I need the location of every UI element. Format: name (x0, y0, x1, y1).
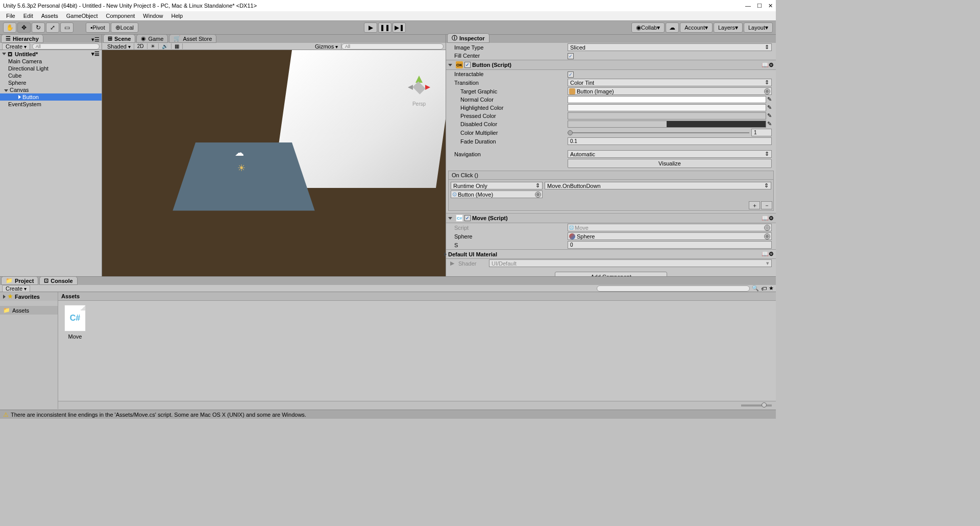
assets-breadcrumb[interactable]: Assets (58, 292, 776, 301)
play-button[interactable]: ▶ (364, 22, 377, 33)
hierarchy-item[interactable]: Cube (0, 72, 102, 79)
help-icon[interactable]: 📖 (762, 62, 769, 68)
button-component-header[interactable]: OK ✓ Button (Script) 📖 ⚙ (446, 60, 776, 70)
rotate-tool[interactable]: ↻ (32, 22, 45, 33)
fade-duration-value[interactable] (568, 137, 772, 145)
grid-size-slider[interactable] (741, 404, 772, 407)
eyedropper-icon[interactable]: ✎ (767, 112, 772, 119)
hierarchy-item[interactable]: Sphere (0, 79, 102, 86)
normal-color-swatch[interactable] (568, 96, 766, 103)
hierarchy-item[interactable]: EventSystem (0, 101, 102, 108)
inspector-tab[interactable]: ⓘ Inspector (447, 33, 489, 43)
gear-icon[interactable]: ⚙ (769, 215, 774, 222)
help-icon[interactable]: 📖 (762, 215, 769, 222)
filter-icon[interactable]: 🔍 (752, 285, 759, 292)
persp-label[interactable]: Persp (412, 101, 426, 107)
visualize-button[interactable]: Visualize (568, 159, 772, 168)
close-button[interactable]: ✕ (768, 3, 773, 9)
move-tool[interactable]: ✥ (17, 22, 31, 33)
color-multiplier-value[interactable] (751, 129, 772, 136)
rect-tool[interactable]: ▭ (60, 22, 74, 33)
hierarchy-item[interactable]: Main Camera (0, 58, 102, 65)
minimize-button[interactable]: — (745, 3, 751, 9)
add-event-button[interactable]: ＋ (749, 201, 760, 209)
game-tab[interactable]: ◉ Game (136, 34, 168, 43)
sphere-field[interactable]: Sphere⊙ (568, 232, 772, 240)
eyedropper-icon[interactable]: ✎ (767, 104, 772, 111)
maximize-button[interactable]: ☐ (757, 3, 762, 9)
gear-icon[interactable]: ⚙ (769, 62, 774, 68)
menu-component[interactable]: Component (102, 13, 139, 19)
runtime-dropdown[interactable]: Runtime Only⇕ (451, 182, 543, 189)
image-type-dropdown[interactable]: Sliced⇕ (568, 43, 772, 51)
hierarchy-item[interactable]: Canvas (0, 86, 102, 93)
fx-toggle[interactable]: ▦ (172, 43, 183, 49)
pause-button[interactable]: ❚❚ (378, 22, 391, 33)
account-dropdown[interactable]: Account ▾ (680, 22, 713, 33)
gizmos-dropdown[interactable]: Gizmos ▾ (312, 43, 341, 50)
asset-item[interactable]: C# Move (62, 305, 88, 340)
interactable-checkbox[interactable]: ✓ (568, 71, 574, 78)
shader-dropdown[interactable]: UI/Default▾ (489, 259, 772, 267)
project-tab[interactable]: 📁 Project (1, 276, 38, 285)
remove-event-button[interactable]: － (761, 201, 772, 209)
project-search[interactable] (597, 285, 750, 292)
orientation-gizmo[interactable]: Persp (408, 76, 430, 107)
navigation-dropdown[interactable]: Automatic⇕ (568, 150, 772, 158)
step-button[interactable]: ▶❚ (393, 22, 406, 33)
fill-center-checkbox[interactable]: ✓ (568, 53, 574, 59)
hand-tool[interactable]: ✋ (3, 22, 16, 33)
transition-dropdown[interactable]: Color Tint⇕ (568, 79, 772, 86)
hierarchy-tab[interactable]: ☰ Hierarchy (1, 34, 43, 43)
project-create-dropdown[interactable]: Create ▾ (2, 285, 30, 292)
hierarchy-item-selected[interactable]: Button (0, 93, 102, 101)
disabled-color-swatch[interactable] (568, 121, 766, 128)
local-toggle[interactable]: ⊕ Local (111, 22, 138, 33)
color-multiplier-slider[interactable] (568, 132, 749, 133)
add-component-button[interactable]: Add Component (555, 272, 667, 276)
onclick-object-field[interactable]: ⊙Button (Move)⊙ (451, 190, 543, 198)
label-icon[interactable]: 🏷 (761, 285, 767, 292)
cloud-button[interactable]: ☁ (666, 22, 679, 33)
light-toggle[interactable]: ☀ (148, 43, 159, 49)
highlighted-color-swatch[interactable] (568, 104, 766, 111)
layout-dropdown[interactable]: Layout ▾ (744, 22, 773, 33)
collab-dropdown[interactable]: ◉ Collab ▾ (631, 22, 665, 33)
menu-gameobject[interactable]: GameObject (62, 13, 102, 19)
star-icon[interactable]: ★ (769, 285, 774, 292)
favorites-header[interactable]: ★ Favorites (0, 292, 58, 301)
create-dropdown[interactable]: Create ▾ (2, 43, 30, 50)
material-foldout[interactable]: ▶ (450, 260, 454, 267)
target-graphic-field[interactable]: Button (Image)⊙ (568, 87, 772, 95)
hierarchy-item[interactable]: Directional Light (0, 65, 102, 72)
menu-window[interactable]: Window (139, 13, 167, 19)
onclick-function-dropdown[interactable]: Move.OnButtonDown⇕ (545, 182, 771, 189)
gear-icon[interactable]: ⚙ (769, 251, 774, 257)
menu-help[interactable]: Help (167, 13, 187, 19)
scale-tool[interactable]: ⤢ (46, 22, 59, 33)
console-tab[interactable]: ⊡ Console (39, 276, 77, 285)
menu-edit[interactable]: Edit (19, 13, 37, 19)
hierarchy-tree[interactable]: ⛋ Untitled*▾☰ Main Camera Directional Li… (0, 50, 102, 276)
scene-tab[interactable]: ⊞ Scene (103, 34, 135, 43)
menu-assets[interactable]: Assets (37, 13, 62, 19)
script-field[interactable]: ⊡Move⊙ (568, 224, 772, 231)
project-grid[interactable]: C# Move (58, 301, 776, 401)
scene-root[interactable]: ⛋ Untitled*▾☰ (0, 50, 102, 58)
shaded-dropdown[interactable]: Shaded ▾ (104, 43, 134, 50)
scene-search[interactable] (341, 43, 444, 50)
eyedropper-icon[interactable]: ✎ (767, 121, 772, 128)
scene-viewport[interactable]: ☁ ☀ Persp (102, 50, 446, 276)
pivot-toggle[interactable]: ▪ Pivot (86, 22, 110, 33)
layers-dropdown[interactable]: Layers ▾ (714, 22, 743, 33)
help-icon[interactable]: 📖 (762, 251, 769, 257)
move-component-header[interactable]: C# ✓ Move (Script) 📖 ⚙ (446, 213, 776, 223)
s-value[interactable] (568, 241, 772, 249)
audio-toggle[interactable]: 🔊 (159, 43, 172, 49)
asset-store-tab[interactable]: 🛒 Asset Store (169, 34, 216, 43)
material-header[interactable]: Default UI Material 📖 ⚙ (446, 249, 776, 259)
2d-toggle[interactable]: 2D (134, 43, 148, 49)
menu-file[interactable]: File (2, 13, 19, 19)
assets-folder[interactable]: 📁 Assets (0, 306, 58, 315)
panel-menu-icon[interactable]: ▾☰ (89, 36, 102, 43)
